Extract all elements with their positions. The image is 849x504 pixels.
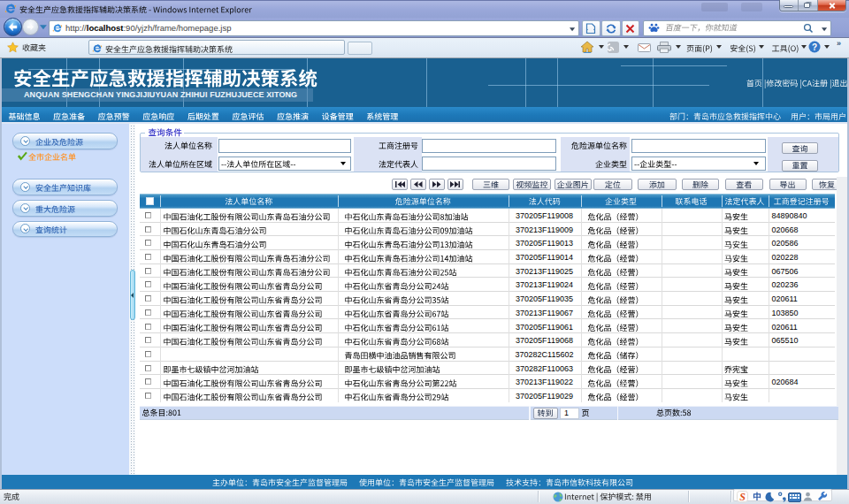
svg-text:S: S bbox=[739, 491, 746, 502]
svg-text:?: ? bbox=[812, 42, 817, 52]
